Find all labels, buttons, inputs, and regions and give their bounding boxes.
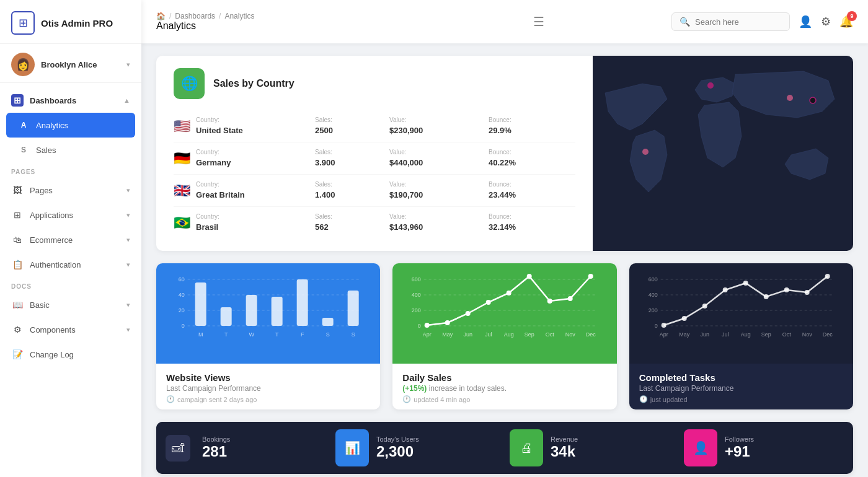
svg-point-42 (588, 274, 593, 279)
svg-text:Oct: Oct (546, 331, 555, 338)
breadcrumb-area: 🏠 / Dashboards / Analytics Analytics (156, 12, 407, 32)
dashboards-label: Dashboards (30, 96, 76, 105)
pages-label: Pages (30, 186, 53, 195)
sales-by-country-card: 🌐 Sales by Country 🇺🇸 Country: United St… (156, 56, 853, 251)
sales-col: Sales: 562 (315, 213, 389, 232)
stats-row: 🛋 Bookings 281 📊 Today's Users 2,300 🖨 R… (156, 422, 853, 474)
svg-text:Aug: Aug (504, 331, 514, 338)
followers-icon: 👤 (693, 440, 709, 455)
home-icon: 🏠 (156, 12, 166, 20)
avatar: 👩 (11, 53, 35, 76)
sidebar-item-sales[interactable]: S Sales (0, 138, 141, 162)
authentication-label: Authentication (30, 260, 81, 269)
svg-text:Dec: Dec (586, 331, 596, 338)
user-profile-button[interactable]: 👤 (799, 15, 812, 28)
website-views-card: 60 40 20 0 M T (156, 263, 380, 409)
breadcrumb-dashboards[interactable]: Dashboards (175, 12, 215, 20)
svg-rect-13 (221, 307, 232, 326)
revenue-label: Revenue (551, 435, 674, 443)
sidebar-item-applications[interactable]: ⊞ Applications ▾ (0, 203, 141, 227)
users-value: 2,300 (376, 443, 500, 460)
pages-chevron: ▾ (126, 186, 130, 195)
sidebar-item-analytics[interactable]: A Analytics (6, 113, 135, 138)
bookings-icon: 🛋 (172, 441, 184, 455)
search-input[interactable] (695, 17, 782, 27)
bounce-col: Bounce: 40.22% (489, 149, 575, 168)
basic-chevron: ▾ (126, 301, 130, 309)
svg-point-0 (707, 82, 714, 89)
sales-col: Sales: 2500 (315, 116, 389, 136)
line-chart-sales: 600 400 200 0 (402, 273, 606, 354)
svg-text:0: 0 (418, 323, 421, 329)
daily-sales-chart-area: 600 400 200 0 (392, 263, 616, 364)
completed-tasks-subtitle: Last Campaign Performance (639, 384, 843, 393)
applications-icon: ⊞ (11, 209, 24, 221)
pages-section-label: PAGES (0, 162, 141, 178)
followers-label: Followers (725, 435, 848, 443)
users-data: Today's Users 2,300 (374, 422, 505, 474)
svg-text:400: 400 (412, 292, 421, 298)
revenue-icon-box: 🖨 (510, 429, 543, 466)
search-box[interactable]: 🔍 (671, 12, 790, 31)
sidebar-item-changelog[interactable]: 📝 Change Log (0, 342, 141, 367)
notifications-button[interactable]: 🔔 9 (839, 15, 853, 28)
svg-point-34 (425, 323, 430, 328)
svg-text:600: 600 (648, 276, 657, 282)
svg-text:20: 20 (179, 307, 185, 313)
users-label: Today's Users (376, 435, 500, 443)
sales-title: Sales by Country (213, 78, 294, 89)
svg-rect-12 (195, 282, 206, 326)
sidebar-item-components[interactable]: ⚙ Components ▾ (0, 317, 141, 342)
settings-button[interactable]: ⚙ (821, 15, 831, 28)
header: 🏠 / Dashboards / Analytics Analytics ☰ 🔍… (141, 0, 868, 43)
sidebar-nav: ⊞ Dashboards ▲ A Analytics S Sales PAGES… (0, 83, 141, 477)
sidebar-logo: ⊞ Otis Admin PRO (0, 0, 141, 44)
content-area: 🌐 Sales by Country 🇺🇸 Country: United St… (141, 43, 868, 477)
completed-tasks-chart-area: 600 400 200 0 Apr (629, 263, 853, 364)
completed-tasks-info: Completed Tasks Last Campaign Performanc… (629, 364, 853, 409)
bounce-col: Bounce: 32.14% (489, 213, 575, 232)
sidebar-item-ecommerce[interactable]: 🛍 Ecommerce ▾ (0, 227, 141, 252)
sidebar-user[interactable]: 👩 Brooklyn Alice ▾ (0, 44, 141, 83)
website-views-info: Website Views Last Campaign Performance … (156, 364, 380, 409)
svg-text:Apr: Apr (423, 331, 432, 338)
sidebar-item-basic[interactable]: 📖 Basic ▾ (0, 292, 141, 317)
sales-table-area: 🌐 Sales by Country 🇺🇸 Country: United St… (156, 56, 593, 251)
applications-label: Applications (30, 211, 73, 220)
table-row: 🇺🇸 Country: United State Sales: 2500 Val… (174, 110, 575, 142)
website-views-chart-area: 60 40 20 0 M T (156, 263, 380, 364)
svg-rect-16 (297, 279, 308, 326)
svg-text:S: S (352, 331, 355, 338)
pages-icon: 🖼 (11, 184, 24, 196)
svg-point-63 (722, 287, 727, 292)
sidebar-item-dashboards[interactable]: ⊞ Dashboards ▲ (0, 88, 141, 113)
changelog-label: Change Log (30, 350, 74, 359)
bookings-data: Bookings 281 (200, 422, 330, 474)
clock-icon: 🕐 (402, 395, 411, 403)
svg-text:May: May (442, 331, 453, 338)
users-bar-icon: 📊 (345, 440, 360, 455)
svg-point-40 (547, 299, 552, 304)
svg-text:Jun: Jun (464, 331, 473, 338)
svg-point-1 (642, 149, 649, 155)
logo-icon: ⊞ (11, 11, 35, 35)
sidebar-item-authentication[interactable]: 📋 Authentication ▾ (0, 252, 141, 277)
users-icon-box: 📊 (335, 429, 369, 466)
table-row: 🇩🇪 Country: Germany Sales: 3.900 Value: … (174, 142, 575, 175)
svg-rect-18 (348, 291, 359, 326)
svg-rect-17 (322, 318, 334, 326)
notification-badge: 9 (847, 11, 857, 21)
sidebar-item-pages[interactable]: 🖼 Pages ▾ (0, 178, 141, 203)
country-col: Country: United State (196, 116, 315, 136)
value-col: Value: $230,900 (389, 116, 489, 136)
main-area: 🏠 / Dashboards / Analytics Analytics ☰ 🔍… (141, 0, 868, 477)
applications-chevron: ▾ (126, 211, 130, 219)
bookings-value: 281 (202, 443, 326, 460)
menu-toggle-button[interactable]: ☰ (531, 12, 547, 32)
app-name: Otis Admin PRO (41, 18, 113, 28)
svg-text:Jul: Jul (485, 331, 492, 338)
table-row: 🇧🇷 Country: Brasil Sales: 562 Value: $14… (174, 207, 575, 239)
daily-sales-info: Daily Sales (+15%) increase in today sal… (392, 364, 616, 409)
website-views-meta: 🕐 campaign sent 2 days ago (166, 395, 370, 403)
flag-us: 🇺🇸 (174, 118, 196, 134)
